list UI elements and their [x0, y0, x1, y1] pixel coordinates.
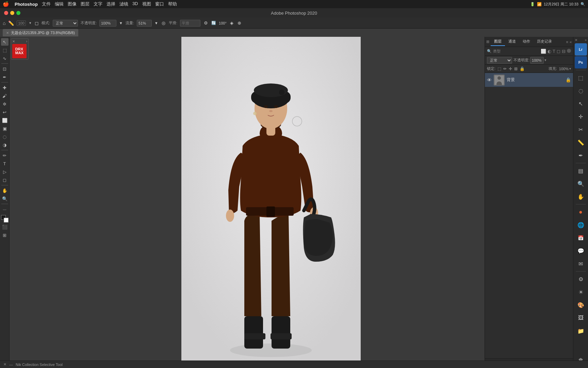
tab-history[interactable]: 历史记录 [534, 37, 555, 46]
mode-select[interactable]: 正常 溶解 正片叠底 [53, 20, 78, 27]
tab-layers[interactable]: 图层 [491, 37, 505, 46]
search-icon[interactable]: 🔍 [581, 2, 585, 6]
panel-menu-icon[interactable]: ≡ [566, 40, 568, 44]
layers-dock-icon[interactable]: ▤ [575, 165, 587, 177]
arrow-dock-icon[interactable]: ↖ [575, 97, 587, 110]
filter-pixel-icon[interactable]: ⬜ [541, 49, 546, 54]
chat-dock-icon[interactable]: 💬 [575, 245, 587, 257]
menu-file[interactable]: 文件 [42, 1, 51, 7]
airbrush-icon[interactable]: ◎ [161, 20, 166, 26]
text-tool[interactable]: T [1, 160, 9, 167]
chevron-size-icon[interactable]: ▾ [29, 21, 31, 25]
dropper-dock-icon[interactable]: ✒ [575, 149, 587, 162]
menu-select[interactable]: 选择 [107, 1, 115, 7]
eraser-tool[interactable]: ⬜ [1, 117, 9, 124]
dock-close[interactable]: ✕ [575, 38, 577, 42]
menu-filter[interactable]: 滤镜 [119, 1, 128, 7]
layer-mode-select[interactable]: 正常 溶解 正片叠底 [487, 57, 512, 64]
minimize-button[interactable] [10, 11, 14, 15]
document-tab[interactable]: ✕ 无题会话21359.JPG @ 73.8%(RGB/8) [3, 29, 78, 36]
history-brush-tool[interactable]: ↩ [1, 108, 9, 116]
zoom-dock-icon[interactable]: 🔍 [575, 178, 587, 190]
settings-icon[interactable]: ⚙ [203, 20, 209, 26]
clone-tool[interactable]: ✲ [1, 100, 9, 108]
fg-bg-colors[interactable] [1, 215, 9, 223]
brush-tool-icon[interactable]: ✏️ [8, 20, 14, 26]
select-tool[interactable]: ⬚ [1, 46, 9, 54]
heal-tool[interactable]: ✚ [1, 84, 9, 91]
tab-channels[interactable]: 通道 [505, 37, 519, 46]
filter-text-icon[interactable]: T [553, 49, 555, 54]
gradient-tool[interactable]: ▣ [1, 125, 9, 132]
opacity-value-input[interactable] [530, 57, 544, 64]
lasso-dock-icon[interactable]: ◌ [575, 85, 587, 97]
canvas-image[interactable] [181, 37, 361, 368]
mini-panel-expand[interactable]: › [26, 40, 27, 43]
mail-dock-icon[interactable]: ✉ [575, 258, 587, 270]
symmetry-icon[interactable]: ⊕ [237, 20, 242, 26]
pressure-icon[interactable]: ◈ [229, 20, 234, 26]
lr-icon[interactable]: Lr [575, 43, 587, 56]
brush-tool[interactable]: 🖌 [1, 92, 9, 99]
menu-view[interactable]: 视图 [142, 1, 151, 7]
eyedropper-tool[interactable]: ✒ [1, 73, 9, 81]
opacity-input[interactable] [99, 20, 116, 27]
filter-adjust-icon[interactable]: ◐ [548, 49, 551, 54]
apple-menu[interactable]: 🍎 [3, 1, 9, 7]
flow-input[interactable] [137, 20, 152, 27]
close-x[interactable]: ✕ [6, 31, 9, 35]
smooth-input[interactable] [180, 20, 200, 27]
lock-position-icon[interactable]: ✛ [509, 66, 512, 71]
zoom-tool[interactable]: 🔍 [1, 195, 9, 202]
menu-help[interactable]: 帮助 [168, 1, 177, 7]
menu-edit[interactable]: 编辑 [55, 1, 64, 7]
pen-tool[interactable]: ✏ [1, 152, 9, 159]
lock-artboard-icon[interactable]: ⊞ [514, 66, 518, 71]
filter-smart-icon[interactable]: ⊟ [562, 49, 566, 54]
background-color[interactable] [4, 218, 9, 223]
lock-transparent-icon[interactable]: ⬚ [497, 66, 501, 71]
settings-dock-icon[interactable]: ⚙ [575, 273, 587, 285]
menu-text[interactable]: 文字 [94, 1, 102, 7]
menu-layer[interactable]: 图层 [81, 1, 89, 7]
hand-dock-icon[interactable]: ✋ [575, 190, 587, 203]
move-tool[interactable]: ↖ [1, 38, 9, 46]
cross-dock-icon[interactable]: ✛ [575, 110, 587, 123]
menu-image[interactable]: 图像 [68, 1, 77, 7]
layer-visibility-icon[interactable]: 👁 [487, 77, 492, 83]
photo-dock-icon[interactable]: 🖼 [575, 312, 587, 324]
calendar-dock-icon[interactable]: 📅 [575, 232, 587, 244]
screen-mode-tool[interactable]: ⊞ [1, 231, 9, 239]
panel-collapse-icon[interactable]: « [570, 40, 572, 44]
dock-expand[interactable]: » [585, 38, 587, 42]
opacity-arrow[interactable]: ▾ [544, 58, 546, 62]
filter-shape-icon[interactable]: ◻ [557, 49, 560, 54]
opacity-arrow-icon[interactable]: ▾ [119, 20, 123, 26]
home-tool-icon[interactable]: ⌂ [3, 20, 5, 26]
more-tools[interactable]: ··· [1, 205, 9, 213]
brightness-dock-icon[interactable]: ☀ [575, 286, 587, 298]
crop-tool[interactable]: ⊡ [1, 65, 9, 73]
quick-mask-tool[interactable]: ⬛ [1, 223, 9, 231]
close-button[interactable] [4, 11, 8, 15]
layer-item-background[interactable]: 👁 背景 🔒 [485, 73, 573, 87]
panel-pin-icon[interactable]: ⊞ [486, 40, 489, 44]
folder-dock-icon[interactable]: 📁 [575, 325, 587, 337]
path-select-tool[interactable]: ▷ [1, 168, 9, 175]
tab-actions[interactable]: 动作 [519, 37, 534, 46]
shape-tool[interactable]: ◻ [1, 176, 9, 184]
lasso-tool[interactable]: ∿ [1, 55, 9, 62]
erase-tool-icon[interactable]: ◻ [35, 20, 39, 26]
menu-3d[interactable]: 3D [132, 1, 138, 7]
measure-dock-icon[interactable]: 📏 [575, 136, 587, 149]
dodge-tool[interactable]: ◑ [1, 141, 9, 149]
blur-tool[interactable]: ◌ [1, 133, 9, 140]
ps-icon[interactable]: Ps [575, 56, 587, 68]
hand-tool[interactable]: ✋ [1, 187, 9, 194]
color-dock-icon[interactable]: 🎨 [575, 299, 587, 311]
lock-paint-icon[interactable]: ✏ [503, 66, 507, 71]
select-dock-icon[interactable]: ⬚ [575, 72, 587, 84]
flow-arrow-icon[interactable]: ▾ [154, 20, 158, 26]
lock-all-icon[interactable]: 🔒 [520, 66, 525, 71]
maximize-button[interactable] [16, 11, 20, 15]
